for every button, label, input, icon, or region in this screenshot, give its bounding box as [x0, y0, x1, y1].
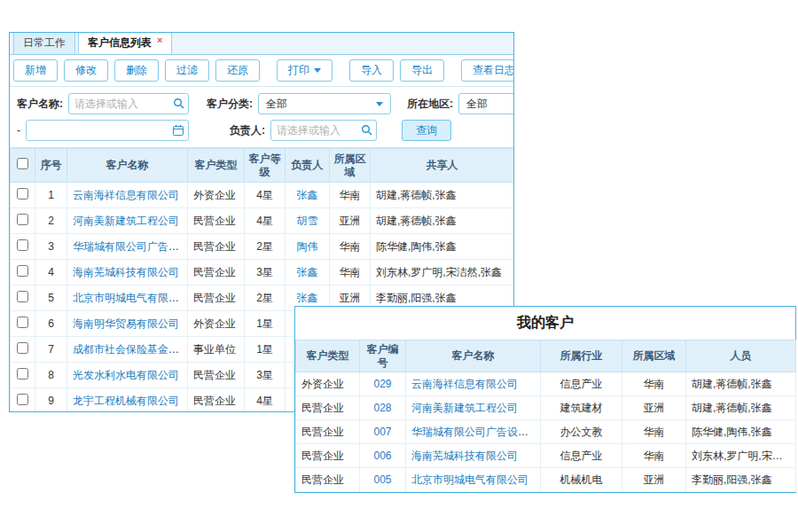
- owner-cell: 胡雪: [286, 208, 330, 234]
- owner-link[interactable]: 胡雪: [297, 215, 318, 227]
- tab-customer-list[interactable]: 客户信息列表 ×: [78, 32, 172, 54]
- customer-name-link[interactable]: 云南海祥信息有限公司: [411, 378, 518, 390]
- desktop: 日常工作 客户信息列表 × 新增 修改 删除 过滤 还原 打印 导入 导出 查看…: [0, 0, 798, 532]
- row-index-cell: 6: [35, 311, 67, 337]
- customer-code-link[interactable]: 029: [373, 378, 391, 390]
- view-log-button[interactable]: 查看日志: [461, 59, 514, 82]
- customer-level-cell: 4星: [245, 183, 286, 208]
- dropdown-arrow-icon: [376, 102, 383, 106]
- people-cell: 胡建,蒋德帧,张鑫: [686, 396, 796, 420]
- col-header-customer-level: 客户等级: [245, 149, 286, 183]
- restore-button[interactable]: 还原: [215, 59, 260, 82]
- row-select-cell: [11, 234, 35, 260]
- customer-name-link[interactable]: 河南美新建筑工程公司: [411, 402, 518, 414]
- customer-name-link[interactable]: 龙宇工程机械有限公司: [73, 395, 179, 407]
- col-header-customer-name: 客户名称: [406, 340, 541, 372]
- region-cell: 华南: [622, 444, 686, 468]
- customer-name-input[interactable]: [68, 93, 189, 114]
- select-all-checkbox[interactable]: [17, 158, 28, 169]
- customer-level-cell: 3星: [245, 363, 286, 388]
- query-button[interactable]: 查询: [402, 120, 451, 141]
- industry-cell: 信息产业: [541, 444, 622, 468]
- customer-code-link[interactable]: 005: [373, 473, 391, 486]
- search-icon[interactable]: [361, 124, 372, 138]
- row-checkbox[interactable]: [17, 317, 28, 328]
- row-checkbox[interactable]: [17, 214, 28, 225]
- row-select-cell: [11, 208, 35, 234]
- owner-link[interactable]: 张鑫: [297, 266, 318, 278]
- row-index-cell: 9: [35, 388, 67, 413]
- customer-name-link[interactable]: 北京市明城电气有限公司: [73, 292, 188, 304]
- shared-cell: 胡建,蒋德帧,张鑫: [371, 183, 514, 208]
- customer-code-cell: 006: [360, 444, 406, 468]
- col-header-customer-name: 客户名称: [67, 149, 188, 183]
- table-row: 2河南美新建筑工程公司民营企业4星胡雪亚洲胡建,蒋德帧,张鑫: [11, 208, 514, 234]
- row-index-cell: 7: [35, 337, 67, 363]
- row-checkbox[interactable]: [17, 265, 28, 277]
- my-customers-table: 客户类型 客户编号 客户名称 所属行业 所属区域 人员 外资企业029云南海祥信…: [295, 340, 796, 492]
- print-button[interactable]: 打印: [277, 59, 332, 82]
- customer-name-link[interactable]: 云南海祥信息有限公司: [73, 189, 179, 201]
- row-checkbox[interactable]: [17, 188, 28, 200]
- delete-button[interactable]: 删除: [114, 59, 159, 82]
- filter-button[interactable]: 过滤: [165, 59, 209, 82]
- customer-type-cell: 事业单位: [188, 337, 245, 363]
- shared-cell: 陈华健,陶伟,张鑫: [371, 234, 514, 260]
- row-select-cell: [11, 260, 35, 286]
- customer-code-link[interactable]: 007: [373, 426, 391, 438]
- edit-button[interactable]: 修改: [64, 59, 108, 82]
- date-input[interactable]: [26, 120, 189, 141]
- row-checkbox[interactable]: [17, 239, 28, 251]
- customer-name-link[interactable]: 海南明华贸易有限公司: [73, 317, 179, 330]
- customer-code-link[interactable]: 006: [373, 450, 391, 462]
- region-cell: 华南: [330, 260, 371, 286]
- customer-name-cell: 华瑞城有限公司广告设计部: [67, 234, 188, 260]
- region-cell: 华南: [330, 183, 371, 208]
- tab-label: 客户信息列表: [88, 35, 152, 51]
- owner-link[interactable]: 张鑫: [297, 292, 318, 304]
- owner-link[interactable]: 陶伟: [297, 240, 318, 253]
- category-select[interactable]: 全部: [258, 93, 391, 114]
- customer-name-link[interactable]: 海南芜城科技有限公司: [73, 266, 179, 278]
- owner-label: 负责人:: [230, 123, 265, 138]
- tab-daily-work[interactable]: 日常工作: [13, 32, 75, 54]
- row-checkbox[interactable]: [17, 368, 28, 379]
- calendar-icon[interactable]: [172, 124, 184, 139]
- col-header-customer-code: 客户编号: [360, 340, 406, 372]
- customer-name-link[interactable]: 光发水利水电有限公司: [73, 369, 179, 381]
- row-index-cell: 5: [35, 286, 67, 311]
- my-customers-title: 我的客户: [295, 307, 795, 340]
- import-button[interactable]: 导入: [349, 59, 394, 82]
- select-all-cell: [11, 149, 35, 183]
- row-index-cell: 8: [35, 363, 67, 388]
- row-checkbox[interactable]: [17, 291, 28, 302]
- people-cell: 刘东林,罗广明,宋洁然...: [686, 444, 796, 468]
- customer-level-cell: 1星: [245, 311, 286, 337]
- district-select[interactable]: 全部: [458, 93, 514, 114]
- owner-link[interactable]: 张鑫: [297, 189, 318, 201]
- district-label: 所在地区:: [407, 97, 453, 112]
- customer-name-label: 客户名称:: [17, 97, 63, 112]
- row-checkbox[interactable]: [17, 394, 28, 405]
- print-button-label: 打印: [288, 63, 309, 78]
- customer-name-link[interactable]: 华瑞城有限公司广告设计部: [411, 426, 539, 438]
- add-button[interactable]: 新增: [13, 59, 58, 82]
- customer-name-link[interactable]: 成都市社会保险基金管理...: [73, 343, 188, 356]
- close-icon[interactable]: ×: [157, 35, 162, 45]
- col-header-customer-type: 客户类型: [296, 340, 360, 372]
- customer-name-link[interactable]: 河南美新建筑工程公司: [73, 215, 179, 227]
- customer-name-cell: 华瑞城有限公司广告设计部: [406, 420, 541, 444]
- table-row: 1云南海祥信息有限公司外资企业4星张鑫华南胡建,蒋德帧,张鑫: [11, 183, 514, 208]
- customer-name-cell: 海南芜城科技有限公司: [406, 444, 541, 468]
- customer-type-cell: 民营企业: [188, 363, 245, 388]
- row-checkbox[interactable]: [17, 342, 28, 354]
- customer-name-link[interactable]: 华瑞城有限公司广告设计部: [73, 240, 188, 253]
- tab-label: 日常工作: [23, 35, 66, 51]
- customer-name-link[interactable]: 北京市明城电气有限公司: [411, 473, 528, 486]
- customer-name-link[interactable]: 海南芜城科技有限公司: [411, 450, 518, 462]
- customer-code-link[interactable]: 028: [373, 402, 391, 414]
- export-button[interactable]: 导出: [400, 59, 444, 82]
- customer-type-cell: 民营企业: [296, 396, 360, 420]
- search-icon[interactable]: [173, 98, 184, 112]
- table-row: 外资企业029云南海祥信息有限公司信息产业华南胡建,蒋德帧,张鑫: [296, 372, 796, 396]
